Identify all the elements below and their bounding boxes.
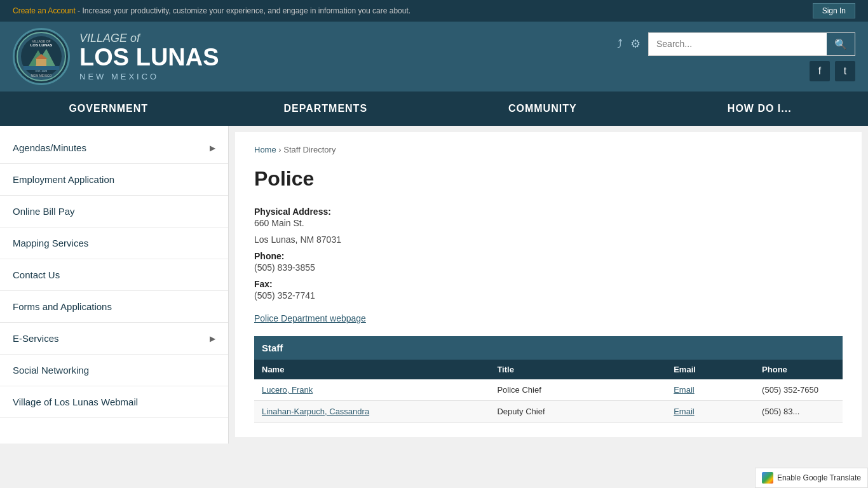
sidebar-item-bill-pay[interactable]: Online Bill Pay (0, 196, 228, 227)
sidebar-item-forms[interactable]: Forms and Applications (0, 291, 228, 323)
sidebar-label-bill-pay: Online Bill Pay (13, 206, 75, 217)
social-icons: f t (810, 61, 855, 81)
breadcrumb: Home › Staff Directory (254, 145, 843, 154)
col-name: Name (254, 360, 489, 379)
staff-table: Staff Name Title Email Phone Lucero, Fra… (254, 336, 843, 423)
staff-name-0: Lucero, Frank (254, 379, 489, 401)
village-of-text: VILLAGE of (79, 32, 219, 45)
settings-button[interactable]: ⚙ (630, 37, 641, 51)
sidebar-label-mapping: Mapping Services (13, 238, 88, 248)
header-right: ⤴ ⚙ 🔍 f t (617, 32, 855, 81)
sidebar-label-employment: Employment Application (13, 174, 114, 185)
address-line1: 660 Main St. (254, 218, 843, 228)
phone-label: Phone: (254, 251, 843, 261)
col-title: Title (489, 360, 666, 379)
sign-in-button[interactable]: Sign In (813, 3, 855, 18)
sidebar-label-webmail: Village of Los Lunas Webmail (13, 396, 138, 407)
header: NEW MEXICO VILLAGE OF LOS LUNAS EST. 192… (0, 22, 868, 92)
col-phone: Phone (754, 360, 843, 379)
staff-phone-0: (505) 352-7650 (754, 379, 843, 401)
content-wrapper: Agendas/Minutes ▶ Employment Application… (0, 126, 868, 444)
svg-text:EST. 1928: EST. 1928 (36, 69, 48, 72)
breadcrumb-separator: › (278, 145, 281, 154)
sidebar-label-agendas: Agendas/Minutes (13, 142, 86, 153)
nav-community[interactable]: COMMUNITY (434, 92, 651, 126)
sidebar-item-contact[interactable]: Contact Us (0, 259, 228, 291)
sidebar-label-eservices: E-Services (13, 333, 59, 344)
dept-webpage-link[interactable]: Police Department webpage (254, 313, 366, 323)
table-row: Linahan-Karpuch, Cassandra Deputy Chief … (254, 401, 843, 423)
city-name: LOS LUNAS (79, 45, 219, 69)
breadcrumb-current: Staff Directory (283, 145, 336, 154)
staff-col-row: Name Title Email Phone (254, 360, 843, 379)
create-account-link[interactable]: Create an Account (13, 6, 76, 15)
address-line2: Los Lunas, NM 87031 (254, 234, 843, 245)
svg-text:LOS LUNAS: LOS LUNAS (31, 43, 53, 47)
table-row: Lucero, Frank Police Chief Email (505) 3… (254, 379, 843, 401)
sidebar-item-employment[interactable]: Employment Application (0, 164, 228, 196)
sidebar-item-eservices[interactable]: E-Services ▶ (0, 323, 228, 355)
staff-email-link-0[interactable]: Email (674, 385, 695, 395)
site-title: VILLAGE of LOS LUNAS NEW MEXICO (79, 32, 219, 81)
top-bar: Create an Account - Increase your produc… (0, 0, 868, 22)
header-actions: ⤴ ⚙ 🔍 (617, 32, 855, 56)
col-email: Email (666, 360, 754, 379)
breadcrumb-home[interactable]: Home (254, 145, 276, 154)
fax-label: Fax: (254, 279, 843, 289)
dept-info: Physical Address: 660 Main St. Los Lunas… (254, 207, 843, 301)
page-title: Police (254, 167, 843, 191)
sidebar-item-social[interactable]: Social Networking (0, 355, 228, 386)
staff-header-cell: Staff (254, 336, 843, 360)
logo: NEW MEXICO VILLAGE OF LOS LUNAS EST. 192… (13, 28, 70, 85)
sidebar-arrow-agendas: ▶ (210, 144, 215, 152)
staff-email-0: Email (666, 379, 754, 401)
staff-phone-1: (505) 83... (754, 401, 843, 423)
sidebar-label-social: Social Networking (13, 365, 89, 376)
share-button[interactable]: ⤴ (617, 37, 623, 51)
nav-departments[interactable]: DEPARTMENTS (217, 92, 435, 126)
search-box: 🔍 (648, 32, 855, 56)
main-content: Home › Staff Directory Police Physical A… (235, 132, 862, 437)
fax-value: (505) 352-7741 (254, 290, 843, 301)
facebook-icon[interactable]: f (810, 61, 830, 81)
svg-text:NEW MEXICO: NEW MEXICO (31, 74, 52, 78)
sidebar-label-forms: Forms and Applications (13, 301, 112, 312)
sidebar-item-webmail[interactable]: Village of Los Lunas Webmail (0, 386, 228, 418)
svg-rect-4 (36, 59, 46, 67)
address-label: Physical Address: (254, 207, 843, 217)
nav-government[interactable]: GOVERNMENT (0, 92, 217, 126)
header-left: NEW MEXICO VILLAGE OF LOS LUNAS EST. 192… (13, 28, 219, 85)
search-button[interactable]: 🔍 (827, 33, 855, 55)
staff-name-link-0[interactable]: Lucero, Frank (262, 385, 313, 395)
staff-title-0: Police Chief (489, 379, 666, 401)
staff-title-1: Deputy Chief (489, 401, 666, 423)
staff-name-link-1[interactable]: Linahan-Karpuch, Cassandra (262, 407, 369, 416)
sidebar-label-contact: Contact Us (13, 269, 60, 280)
staff-email-1: Email (666, 401, 754, 423)
staff-email-link-1[interactable]: Email (674, 407, 695, 416)
search-input[interactable] (649, 34, 827, 54)
sidebar-item-agendas[interactable]: Agendas/Minutes ▶ (0, 132, 228, 164)
sidebar-item-mapping[interactable]: Mapping Services (0, 227, 228, 259)
nav-how-do-i[interactable]: HOW DO I... (651, 92, 869, 126)
sidebar-arrow-eservices: ▶ (210, 334, 215, 343)
main-nav: GOVERNMENT DEPARTMENTS COMMUNITY HOW DO … (0, 92, 868, 126)
staff-table-header-row: Staff (254, 336, 843, 360)
twitter-icon[interactable]: t (835, 61, 855, 81)
state-name: NEW MEXICO (79, 72, 219, 81)
logo-svg: NEW MEXICO VILLAGE OF LOS LUNAS EST. 192… (16, 31, 67, 82)
sidebar: Agendas/Minutes ▶ Employment Application… (0, 126, 229, 444)
phone-value: (505) 839-3855 (254, 262, 843, 273)
staff-name-1: Linahan-Karpuch, Cassandra (254, 401, 489, 423)
top-bar-message: Create an Account - Increase your produc… (13, 6, 410, 15)
